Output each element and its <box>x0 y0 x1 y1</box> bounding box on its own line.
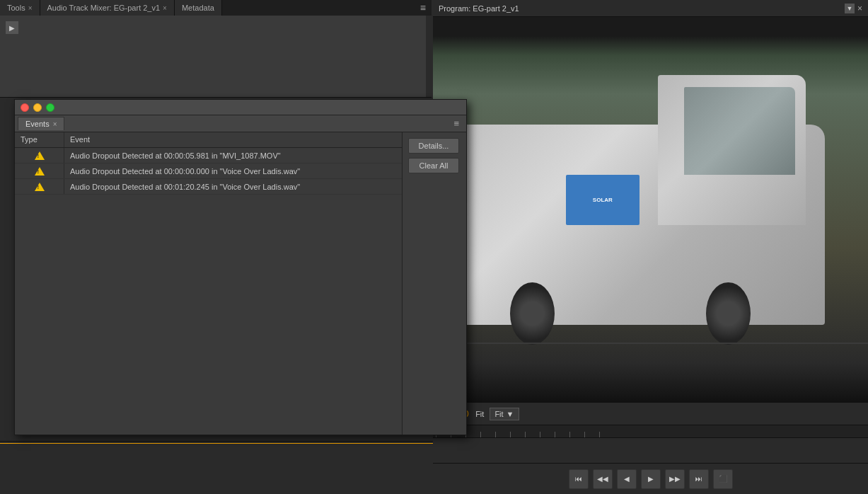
truck-wheel-right <box>706 282 751 345</box>
controls-bar: ⏮ ◀◀ ◀ ▶ ▶▶ ⏭ ⬛ <box>433 463 868 494</box>
events-tab-label: Events <box>25 120 50 128</box>
step-forward-button[interactable]: ▶▶ <box>665 469 685 489</box>
left-panel-scrollbar[interactable] <box>426 16 432 97</box>
window-zoom-button[interactable] <box>46 103 54 112</box>
tab-audio-mixer[interactable]: Audio Track Mixer: EG-part 2_v1 × <box>40 0 175 16</box>
events-table-header: Type Event <box>15 132 402 148</box>
truck-windshield <box>684 87 795 175</box>
window-minimize-button[interactable] <box>33 103 42 112</box>
tab-audio-mixer-label: Audio Track Mixer: EG-part 2_v1 <box>47 4 161 12</box>
panel-expand-button[interactable]: ▶ <box>6 21 18 34</box>
ruler-tick <box>555 432 555 437</box>
bottom-left-panel <box>0 441 433 494</box>
go-to-in-button[interactable]: ⏮ <box>569 469 589 489</box>
col-event-header: Event <box>64 132 402 147</box>
events-tab-menu-icon[interactable]: ≡ <box>449 118 463 129</box>
event-description: Audio Dropout Detected at 00:01:20.245 i… <box>64 183 402 191</box>
monitor-title: Program: EG-part 2_v1 <box>439 4 845 13</box>
events-tabbar: Events × ≡ <box>15 115 466 132</box>
window-titlebar <box>15 100 466 115</box>
ruler-tick <box>510 432 511 437</box>
monitor-titlebar: Program: EG-part 2_v1 ▼ × <box>433 0 868 17</box>
events-table-body[interactable]: Audio Dropout Detected at 00:00:05.981 i… <box>15 148 402 435</box>
events-tab-close[interactable]: × <box>53 120 57 128</box>
timeline-orange-line <box>0 443 433 444</box>
table-row[interactable]: Audio Dropout Detected at 00:01:20.245 i… <box>15 179 402 195</box>
warning-icon <box>35 183 45 191</box>
table-row[interactable]: Audio Dropout Detected at 00:00:00.000 i… <box>15 163 402 179</box>
details-button[interactable]: Details... <box>408 138 459 154</box>
tab-tools[interactable]: Tools × <box>0 0 40 16</box>
event-type-cell <box>15 148 64 163</box>
events-table-section: Type Event Audio Dropout Detected at 00:… <box>15 132 403 435</box>
video-area: SOLAR <box>433 17 868 402</box>
top-tabbar: Tools × Audio Track Mixer: EG-part 2_v1 … <box>0 0 432 16</box>
timeline-ruler <box>433 425 868 438</box>
tab-audio-mixer-close[interactable]: × <box>163 4 167 12</box>
play-back-button[interactable]: ◀ <box>617 469 637 489</box>
ruler-tick <box>540 432 540 437</box>
road-line <box>433 343 868 344</box>
event-description: Audio Dropout Detected at 00:00:05.981 i… <box>64 151 402 160</box>
table-row[interactable]: Audio Dropout Detected at 00:00:05.981 i… <box>15 148 402 163</box>
events-body: Type Event Audio Dropout Detected at 00:… <box>15 132 466 435</box>
ruler-tick <box>599 432 600 437</box>
event-type-cell <box>15 179 64 194</box>
left-panel: ▶ <box>0 16 432 98</box>
warning-icon <box>35 167 45 176</box>
play-button[interactable]: ▶ <box>641 469 661 489</box>
col-type-header: Type <box>15 132 64 147</box>
fit-label: Fit <box>475 410 484 418</box>
ruler-tick <box>525 432 526 437</box>
right-panel: Program: EG-part 2_v1 ▼ × SOLAR 06:00 Fi… <box>433 0 868 494</box>
stop-button[interactable]: ⬛ <box>713 469 733 489</box>
video-controls-bar: 06:00 Fit Fit ▼ <box>433 402 868 425</box>
fit-dropdown[interactable]: Fit ▼ <box>490 408 519 420</box>
clear-all-button[interactable]: Clear All <box>408 158 459 173</box>
truck-wheel-left <box>510 282 555 345</box>
ruler-tick <box>569 432 570 437</box>
tab-metadata[interactable]: Metadata <box>175 0 222 16</box>
video-content: SOLAR <box>433 17 868 402</box>
events-window: Events × ≡ Type Event Audio Dropout Dete… <box>14 99 467 435</box>
event-description: Audio Dropout Detected at 00:00:00.000 i… <box>64 167 402 176</box>
monitor-dropdown-button[interactable]: ▼ <box>845 4 855 13</box>
tab-tools-close[interactable]: × <box>28 4 33 12</box>
truck-scene: SOLAR <box>455 75 825 326</box>
ruler-tick <box>495 432 496 437</box>
top-tabbar-menu-icon[interactable]: ≡ <box>415 2 432 13</box>
event-type-cell <box>15 163 64 178</box>
monitor-close-button[interactable]: × <box>857 4 862 13</box>
ruler-tick <box>480 432 481 437</box>
fit-dropdown-label: Fit <box>494 410 503 418</box>
tab-metadata-label: Metadata <box>182 4 214 12</box>
truck-logo: SOLAR <box>566 175 640 225</box>
fit-dropdown-arrow: ▼ <box>507 410 514 418</box>
warning-icon <box>35 151 45 160</box>
timeline-area[interactable] <box>433 425 868 463</box>
events-tab[interactable]: Events × <box>18 117 64 130</box>
go-to-out-button[interactable]: ⏭ <box>689 469 709 489</box>
window-close-button[interactable] <box>21 103 29 112</box>
step-back-button[interactable]: ◀◀ <box>593 469 613 489</box>
ruler-tick <box>584 432 585 437</box>
timeline-track[interactable] <box>433 438 868 463</box>
events-details-section: Details... Clear All <box>403 132 466 435</box>
tab-tools-label: Tools <box>7 4 25 12</box>
